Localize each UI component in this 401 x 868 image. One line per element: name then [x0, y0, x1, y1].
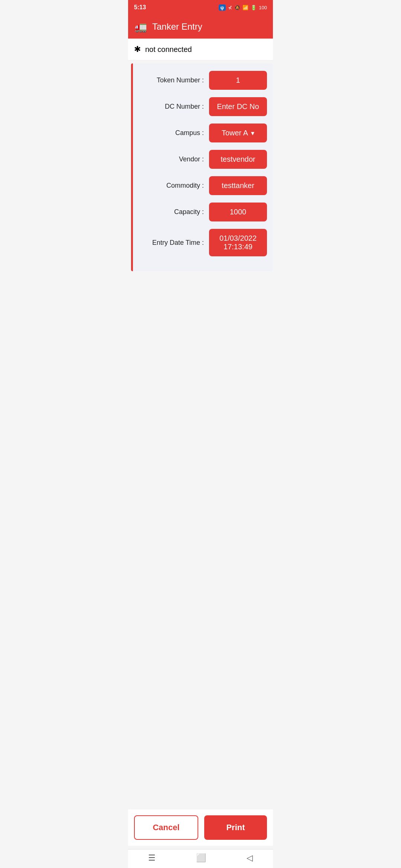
vendor-field[interactable]: testvendor [209, 150, 267, 169]
commodity-label: Commodity : [139, 182, 204, 190]
commodity-field[interactable]: testtanker [209, 176, 267, 195]
app-title: Tanker Entry [152, 22, 202, 32]
bluetooth-status-icon: ✱ [134, 45, 141, 54]
dc-number-field[interactable]: Enter DC No [209, 97, 267, 116]
capacity-field[interactable]: 1000 [209, 203, 267, 221]
token-number-label: Token Number : [139, 76, 204, 84]
battery-level: 100 [259, 5, 267, 10]
mute-icon: 🔕 [234, 5, 240, 10]
entry-form: Token Number : 1 DC Number : Enter DC No… [131, 63, 273, 271]
bluetooth-status-bar: ✱ not connected [128, 39, 273, 60]
status-bar: 5:13 ψ ⊀ 🔕 📶 🔋 100 [128, 0, 273, 15]
commodity-row: Commodity : testtanker [133, 176, 267, 195]
campus-row: Campus : Tower A ▾ [133, 124, 267, 142]
battery-icon: 🔋 [251, 5, 257, 10]
entry-datetime-field[interactable]: 01/03/2022 17:13:49 [209, 229, 267, 256]
campus-dropdown[interactable]: Tower A ▾ [209, 124, 267, 142]
campus-label: Campus : [139, 129, 204, 137]
vendor-row: Vendor : testvendor [133, 150, 267, 169]
tanker-icon: 🚛 [134, 21, 147, 33]
bluetooth-status-text: not connected [145, 45, 192, 54]
dc-number-row: DC Number : Enter DC No [133, 97, 267, 116]
vendor-label: Vendor : [139, 155, 204, 163]
token-number-field[interactable]: 1 [209, 71, 267, 90]
status-time: 5:13 [134, 4, 146, 11]
usb-icon: ψ [219, 4, 226, 11]
entry-datetime-label: Entry Date Time : [139, 239, 204, 247]
app-bar: 🚛 Tanker Entry [128, 15, 273, 39]
wifi-icon: 📶 [242, 5, 248, 10]
capacity-row: Capacity : 1000 [133, 203, 267, 221]
chevron-down-icon: ▾ [251, 129, 254, 137]
status-icons: ψ ⊀ 🔕 📶 🔋 100 [219, 4, 267, 11]
token-number-row: Token Number : 1 [133, 71, 267, 90]
bluetooth-icon: ⊀ [228, 5, 232, 10]
capacity-label: Capacity : [139, 208, 204, 216]
entry-datetime-row: Entry Date Time : 01/03/2022 17:13:49 [133, 229, 267, 256]
dc-number-label: DC Number : [139, 103, 204, 111]
